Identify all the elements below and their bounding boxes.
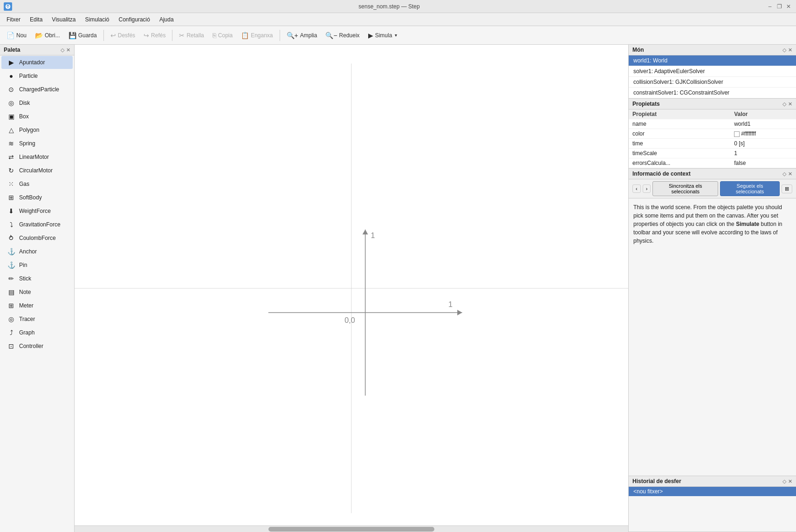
palette-label-tracer: Tracer xyxy=(19,316,35,322)
palette-title: Paleta xyxy=(4,47,20,53)
world-panel-diamond-btn[interactable]: ◇ xyxy=(782,47,786,53)
prop-name: time xyxy=(629,139,730,149)
prop-value[interactable]: 0 [s] xyxy=(730,139,796,149)
palette-icon-charged-particle: ⊙ xyxy=(7,85,15,94)
canvas-area[interactable]: 1 1 0,0 xyxy=(75,45,628,532)
world-item[interactable]: collisionSolver1: GJKCollisionSolver xyxy=(629,77,796,88)
palette-item-circular-motor[interactable]: ↻CircularMotor xyxy=(1,164,73,177)
palette-item-meter[interactable]: ⊞Meter xyxy=(1,299,73,312)
context-text-prefix: This is the world scene. From the object… xyxy=(633,204,782,244)
history-panel-close-btn[interactable]: ✕ xyxy=(788,478,792,484)
table-row[interactable]: time0 [s] xyxy=(629,139,796,149)
palette-icon-gas: ⁙ xyxy=(7,180,15,188)
history-panel-header: Historial de desfer ◇ ✕ xyxy=(629,476,796,487)
menu-item-ajuda[interactable]: Ajuda xyxy=(155,14,178,25)
context-panel-close-btn[interactable]: ✕ xyxy=(788,171,792,177)
palette-item-particle[interactable]: ●Particle xyxy=(1,69,73,82)
context-back-btn[interactable]: ‹ xyxy=(632,184,641,193)
minimize-button[interactable]: – xyxy=(766,3,774,10)
horizontal-scrollbar[interactable] xyxy=(75,525,628,532)
palette-icon-pin: ⚓ xyxy=(7,261,15,269)
palette-item-graph[interactable]: ⤴Graph xyxy=(1,326,73,339)
palette-item-anchor[interactable]: ⚓Anchor xyxy=(1,245,73,258)
palette-item-pointer[interactable]: ▶Apuntador xyxy=(1,56,73,69)
menu-item-visualitza[interactable]: Visualitza xyxy=(47,14,80,25)
table-row[interactable]: errorsCalcula...false xyxy=(629,158,796,168)
toolbar-btn-redueix[interactable]: 🔍−Redueix xyxy=(322,30,363,41)
svg-text:1: 1 xyxy=(371,231,375,239)
toolbar-btn-amplia[interactable]: 🔍+Amplia xyxy=(283,30,321,41)
history-panel-controls: ◇ ✕ xyxy=(782,478,792,484)
palette-item-disk[interactable]: ◎Disk xyxy=(1,96,73,109)
properties-table: Propietat Valor nameworld1color#ffffffff… xyxy=(629,109,796,168)
palette-item-charged-particle[interactable]: ⊙ChargedParticle xyxy=(1,83,73,96)
table-row[interactable]: color#ffffffff xyxy=(629,129,796,139)
toolbar: 📄Nou📂Obri...💾Guarda↩Desfés↪Refés✂Retalla… xyxy=(0,26,796,45)
table-row[interactable]: nameworld1 xyxy=(629,119,796,129)
prop-value[interactable]: 1 xyxy=(730,149,796,158)
palette-item-stick[interactable]: ✏Stick xyxy=(1,272,73,285)
menu-item-edita[interactable]: Edita xyxy=(25,14,47,25)
history-panel-title: Historial de desfer xyxy=(632,478,681,484)
world-item[interactable]: constraintSolver1: CGConstraintSolver xyxy=(629,88,796,98)
world-panel-close-btn[interactable]: ✕ xyxy=(788,47,792,53)
prop-value[interactable]: #ffffffff xyxy=(730,129,796,139)
props-panel-close-btn[interactable]: ✕ xyxy=(788,101,792,107)
sync-selected-btn[interactable]: Sincronitza els seleccionats xyxy=(652,181,718,196)
toolbar-btn-simula[interactable]: ▶Simula▾ xyxy=(364,30,401,41)
context-forward-btn[interactable]: › xyxy=(643,184,651,193)
menu-item-simulació[interactable]: Simulació xyxy=(81,14,114,25)
history-panel-diamond-btn[interactable]: ◇ xyxy=(782,478,786,484)
palette-icon-meter: ⊞ xyxy=(7,301,15,310)
palette-item-box[interactable]: ▣Box xyxy=(1,110,73,123)
close-button[interactable]: ✕ xyxy=(785,3,792,10)
restore-button[interactable]: ❐ xyxy=(775,3,783,10)
world-panel: Món ◇ ✕ world1: Worldsolver1: AdaptiveEu… xyxy=(629,45,796,99)
table-row[interactable]: timeScale1 xyxy=(629,149,796,158)
palette-item-coulomb-force[interactable]: ⥁CoulombForce xyxy=(1,232,73,245)
context-panel-diamond-btn[interactable]: ◇ xyxy=(782,171,786,177)
palette-item-spring[interactable]: ≋Spring xyxy=(1,137,73,150)
palette-label-polygon: Polygon xyxy=(19,127,39,133)
menu-item-configuració[interactable]: Configuració xyxy=(114,14,155,25)
palette-close-btn[interactable]: ✕ xyxy=(66,47,70,53)
world-panel-controls: ◇ ✕ xyxy=(782,47,792,53)
follow-selected-btn[interactable]: Segueix els seleccionats xyxy=(720,181,780,196)
titlebar: sense_nom.step — Step – ❐ ✕ xyxy=(0,0,796,13)
palette-label-coulomb-force: CoulombForce xyxy=(19,235,56,241)
world-panel-title: Món xyxy=(632,47,644,53)
history-item[interactable]: <nou fitxer> xyxy=(629,487,796,496)
scrollbar-thumb[interactable] xyxy=(268,527,434,532)
palette-label-pin: Pin xyxy=(19,262,27,268)
toolbar-btn-nou[interactable]: 📄Nou xyxy=(3,30,30,41)
palette-label-gas: Gas xyxy=(19,181,29,187)
palette-icon-spring: ≋ xyxy=(7,139,15,148)
palette-item-polygon[interactable]: △Polygon xyxy=(1,123,73,136)
palette-item-weight-force[interactable]: ⬇WeightForce xyxy=(1,205,73,218)
palette-icon-box: ▣ xyxy=(7,112,15,121)
palette-item-linear-motor[interactable]: ⇄LinearMotor xyxy=(1,150,73,164)
palette-item-controller[interactable]: ⊡Controller xyxy=(1,340,73,353)
palette-item-gas[interactable]: ⁙Gas xyxy=(1,177,73,191)
palette-item-gravitation-force[interactable]: ⤵GravitationForce xyxy=(1,218,73,231)
palette-diamond-btn[interactable]: ◇ xyxy=(61,47,64,53)
palette-item-note[interactable]: ▤Note xyxy=(1,286,73,299)
palette-icon-linear-motor: ⇄ xyxy=(7,153,15,161)
world-item[interactable]: solver1: AdaptiveEulerSolver xyxy=(629,66,796,77)
palette-item-soft-body[interactable]: ⊞SoftBody xyxy=(1,191,73,204)
history-panel: Historial de desfer ◇ ✕ <nou fitxer> xyxy=(629,476,796,532)
prop-value[interactable]: false xyxy=(730,158,796,168)
toolbar-btn-guarda[interactable]: 💾Guarda xyxy=(65,30,101,41)
palette-item-pin[interactable]: ⚓Pin xyxy=(1,259,73,272)
context-extra-btn[interactable]: ⊞ xyxy=(782,184,792,193)
props-panel-diamond-btn[interactable]: ◇ xyxy=(782,101,786,107)
palette-label-circular-motor: CircularMotor xyxy=(19,167,53,174)
toolbar-btn-obri[interactable]: 📂Obri... xyxy=(31,30,64,41)
palette-item-tracer[interactable]: ◎Tracer xyxy=(1,313,73,326)
prop-value[interactable]: world1 xyxy=(730,119,796,129)
palette-list: ▶Apuntador●Particle⊙ChargedParticle◎Disk… xyxy=(0,55,74,532)
context-body: This is the world scene. From the object… xyxy=(629,198,796,250)
world-item[interactable]: world1: World xyxy=(629,55,796,66)
palette-label-pointer: Apuntador xyxy=(19,59,45,66)
menu-item-fitxer[interactable]: Fitxer xyxy=(2,14,25,25)
